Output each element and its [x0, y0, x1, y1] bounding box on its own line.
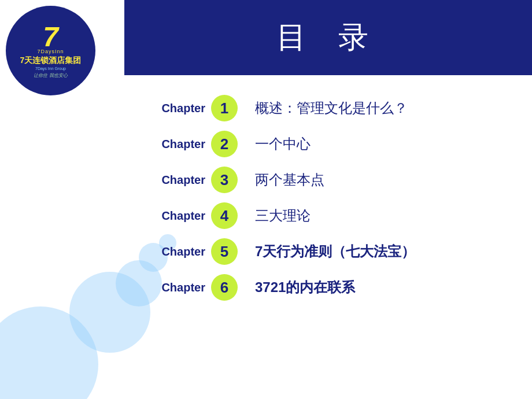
chapter-text-4: 三大理论	[255, 206, 311, 225]
chapter-label-4: Chapter	[147, 209, 205, 223]
chapter-row-6: Chapter63721的内在联系	[147, 272, 509, 303]
chapter-number-2: 2	[211, 131, 238, 157]
chapter-row-2: Chapter2一个中心	[147, 128, 509, 160]
chapter-label-5: Chapter	[147, 245, 205, 258]
chapter-text-5: 7天行为准则（七大法宝）	[255, 242, 415, 261]
chapter-text-1: 概述：管理文化是什么？	[255, 99, 408, 117]
chapter-row-4: Chapter4三大理论	[147, 200, 509, 231]
header-banner: 目 录	[124, 0, 532, 75]
logo-area: 7 7DaysInn 7天连锁酒店集团 7Days Inn Group 让你住 …	[6, 6, 98, 98]
chapter-text-6: 3721的内在联系	[255, 278, 355, 297]
logo-chinese-name: 7天连锁酒店集团	[20, 56, 82, 66]
chapter-label-6: Chapter	[147, 281, 205, 294]
chapter-text-3: 两个基本点	[255, 171, 324, 189]
chapter-row-1: Chapter1概述：管理文化是什么？	[147, 93, 509, 124]
logo-english-name: 7Days Inn Group	[35, 66, 66, 71]
logo-seven-number: 7	[43, 23, 58, 51]
chapter-row-5: Chapter57天行为准则（七大法宝）	[147, 236, 509, 267]
chapter-number-3: 3	[211, 167, 238, 193]
chapter-number-5: 5	[211, 238, 238, 265]
deco-circle-1	[0, 306, 98, 399]
chapter-number-6: 6	[211, 274, 238, 301]
content-area: Chapter1概述：管理文化是什么？Chapter2一个中心Chapter3两…	[124, 75, 532, 399]
chapter-label-2: Chapter	[147, 138, 205, 151]
chapter-list: Chapter1概述：管理文化是什么？Chapter2一个中心Chapter3两…	[147, 93, 509, 303]
chapter-number-1: 1	[211, 95, 238, 121]
header-title: 目 录	[276, 17, 379, 58]
chapter-number-4: 4	[211, 202, 238, 229]
chapter-label-1: Chapter	[147, 102, 205, 115]
logo-circle: 7 7DaysInn 7天连锁酒店集团 7Days Inn Group 让你住 …	[6, 6, 95, 95]
logo-7daysin-text: 7DaysInn	[37, 49, 64, 54]
chapter-label-3: Chapter	[147, 173, 205, 187]
logo-slogan: 让你住 我也安心	[34, 72, 67, 79]
chapter-text-2: 一个中心	[255, 135, 311, 153]
chapter-row-3: Chapter3两个基本点	[147, 164, 509, 195]
